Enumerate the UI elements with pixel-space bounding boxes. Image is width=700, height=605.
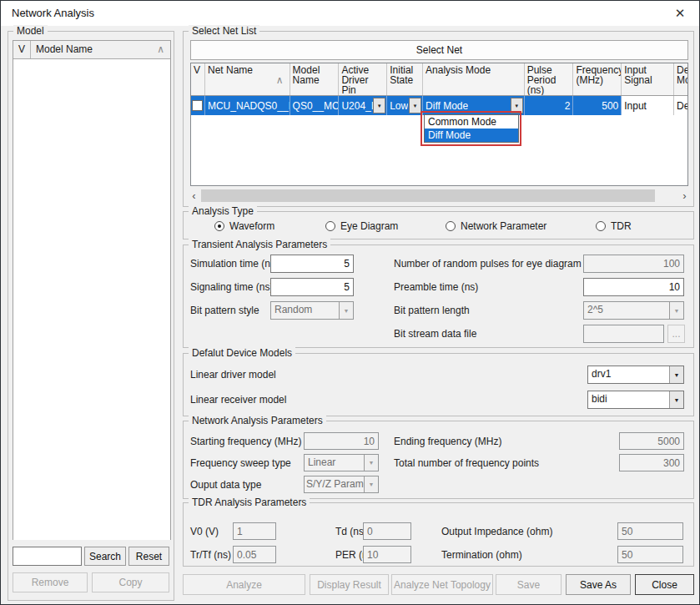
column-header-pulse-period[interactable]: Pulse Period (ns) <box>525 63 574 95</box>
column-header-default-model[interactable]: Default Model <box>674 63 687 95</box>
row-net-name-cell[interactable]: MCU_NADQS0__M <box>205 96 290 115</box>
column-header-model-name[interactable]: Model Name <box>290 63 340 95</box>
save-as-button[interactable]: Save As <box>566 574 631 595</box>
td-input <box>363 522 411 540</box>
ending-frequency-input <box>619 432 684 450</box>
initial-state-dropdown-button[interactable]: ▼ <box>409 98 421 113</box>
chevron-down-icon: ▼ <box>669 391 683 408</box>
chevron-down-icon: ▼ <box>413 103 418 108</box>
v0-input <box>233 522 276 540</box>
output-data-type-label: Ouput data type <box>190 479 261 491</box>
bit-pattern-style-value: Random <box>271 302 339 319</box>
model-list-header: V Model Name ∧ <box>13 41 170 59</box>
device-models-group-label: Defalut Device Models <box>189 347 295 359</box>
column-header-active-driver-pin[interactable]: Active Driver Pin <box>339 63 387 95</box>
search-button[interactable]: Search <box>84 547 126 566</box>
close-icon[interactable]: ✕ <box>672 5 688 22</box>
linear-receiver-model-label: Linear receiver model <box>190 394 286 406</box>
radio-waveform[interactable]: Waveform <box>214 219 274 233</box>
output-impedance-input <box>617 522 683 540</box>
ending-frequency-label: Ending frequency (MHz) <box>394 436 501 447</box>
row-model-name-cell[interactable]: QS0__MCU <box>290 96 340 115</box>
network-analysis-dialog: Network Analysis ✕ Model V Model Name ∧ … <box>0 0 700 605</box>
close-button[interactable]: Close <box>635 574 694 595</box>
radio-icon <box>446 221 456 231</box>
save-button: Save <box>496 574 562 595</box>
active-driver-pin-dropdown-button[interactable]: ▼ <box>373 98 385 113</box>
chevron-down-icon: ▼ <box>339 302 353 319</box>
termination-label: Termination (ohm) <box>441 549 522 561</box>
reset-button[interactable]: Reset <box>128 547 169 566</box>
column-header-input-signal[interactable]: Input Signal <box>622 63 674 95</box>
model-name-column-header[interactable]: Model Name ∧ <box>31 41 170 58</box>
model-group-label: Model <box>13 25 48 37</box>
column-header-check[interactable]: V <box>191 63 205 95</box>
radio-tdr-label: TDR <box>611 220 632 232</box>
bit-pattern-length-label: Bit pattern length <box>394 305 470 316</box>
starting-frequency-input <box>304 432 379 450</box>
row-pulse-period-cell[interactable]: 2 <box>525 96 574 115</box>
row-analysis-mode-cell[interactable]: Diff Mode ▼ <box>423 96 525 115</box>
row-active-driver-pin-cell[interactable]: U204_I ▼ <box>339 96 387 115</box>
row-frequency-cell[interactable]: 500 <box>573 96 622 115</box>
column-header-net-name[interactable]: Net Name ∧ <box>205 63 290 95</box>
linear-driver-model-value: drv1 <box>588 366 669 383</box>
column-header-analysis-mode[interactable]: Analysis Mode <box>423 63 525 95</box>
model-list-body <box>13 59 170 540</box>
chevron-down-icon: ▼ <box>669 302 683 319</box>
model-name-column-label: Model Name <box>36 43 93 55</box>
radio-network-parameter[interactable]: Network Parameter <box>446 219 546 233</box>
model-list: V Model Name ∧ <box>13 40 171 540</box>
output-impedance-label: Output Impedance (ohm) <box>441 526 552 537</box>
net-table-horizontal-scrollbar[interactable]: ‹ › <box>187 189 692 203</box>
select-net-list-group-label: Select Net List <box>189 25 259 37</box>
signaling-time-label: Signaling time (ns) <box>190 281 273 293</box>
model-check-column-header[interactable]: V <box>13 41 31 58</box>
dropdown-option-diff-mode[interactable]: Diff Mode <box>425 129 518 142</box>
v0-label: V0 (V) <box>190 526 219 537</box>
row-checkbox[interactable] <box>192 100 203 111</box>
radio-network-parameter-label: Network Parameter <box>461 220 546 232</box>
linear-receiver-model-combo[interactable]: bidi ▼ <box>587 391 684 409</box>
column-header-frequency[interactable]: Frequency (MHz) <box>573 63 622 95</box>
remove-button: Remove <box>13 572 88 592</box>
network-params-group: Network Analysis Parameters Starting fre… <box>183 421 694 499</box>
termination-input <box>617 546 683 563</box>
net-name-column-label: Net Name <box>208 64 253 76</box>
radio-tdr[interactable]: TDR <box>596 219 632 233</box>
scroll-left-icon[interactable]: ‹ <box>187 189 201 203</box>
analysis-mode-dropdown-button[interactable]: ▼ <box>511 98 523 113</box>
analyze-net-topology-button: Analyze Net Topology <box>391 574 493 595</box>
linear-driver-model-combo[interactable]: drv1 ▼ <box>587 366 684 384</box>
column-header-initial-state[interactable]: Initial State <box>387 63 423 95</box>
analysis-mode-dropdown-list: Common Mode Diff Mode <box>424 114 519 143</box>
linear-receiver-model-value: bidi <box>588 391 669 408</box>
chevron-down-icon: ▼ <box>377 103 382 108</box>
net-table-row[interactable]: MCU_NADQS0__M QS0__MCU U204_I ▼ Low ▼ Di… <box>191 96 687 115</box>
signaling-time-input[interactable] <box>270 278 354 296</box>
radio-eye-diagram-label: Eye Diagram <box>340 220 398 232</box>
dropdown-option-common-mode[interactable]: Common Mode <box>425 115 518 129</box>
preamble-time-input[interactable] <box>583 278 684 296</box>
tdr-params-group-label: TDR Analysis Parameters <box>189 497 310 508</box>
row-default-model-cell[interactable]: Default <box>674 96 687 115</box>
row-check-cell[interactable] <box>191 96 205 115</box>
frequency-sweep-type-label: Frequency sweep type <box>190 457 291 469</box>
browse-button: ... <box>667 325 685 343</box>
analysis-type-group-label: Analysis Type <box>189 205 257 217</box>
radio-eye-diagram[interactable]: Eye Diagram <box>325 219 398 233</box>
simulation-time-input[interactable] <box>270 255 354 273</box>
title-bar: Network Analysis ✕ <box>1 1 699 26</box>
tdr-params-group: TDR Analysis Parameters V0 (V) Td (ns) O… <box>183 502 694 567</box>
row-initial-state-cell[interactable]: Low ▼ <box>387 96 423 115</box>
scrollbar-thumb[interactable] <box>201 189 655 202</box>
model-search-input[interactable] <box>13 547 82 566</box>
scroll-right-icon[interactable]: › <box>677 189 692 203</box>
frequency-sweep-type-value: Linear <box>305 455 364 471</box>
bit-stream-file-label: Bit stream data file <box>394 328 476 340</box>
transient-params-group-label: Transient Analysis Parameters <box>189 239 330 250</box>
select-net-button[interactable]: Select Net <box>190 40 688 60</box>
radio-waveform-label: Waveform <box>229 220 274 232</box>
chevron-down-icon: ▼ <box>514 103 519 108</box>
row-input-signal-cell[interactable]: Input <box>622 96 674 115</box>
